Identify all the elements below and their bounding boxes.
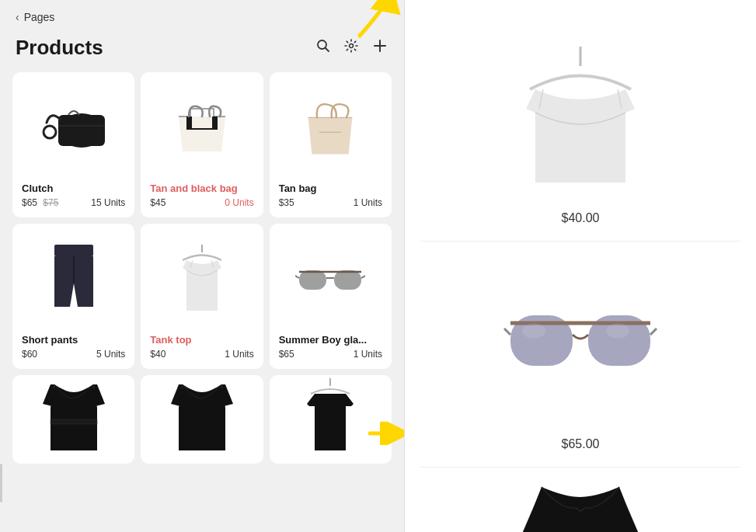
product-card-short-pants[interactable]: Short pants $60 5 Units: [12, 224, 134, 369]
product-units-short-pants: 5 Units: [96, 349, 125, 360]
product-image-robe1: [22, 384, 125, 447]
products-header: Products: [0, 30, 404, 72]
svg-rect-7: [58, 115, 105, 146]
product-image-dress: [279, 384, 382, 447]
product-meta-tan-black-bag: $45 0 Units: [150, 197, 253, 208]
detail-price-tank-top: $40.00: [562, 211, 600, 225]
detail-item-sunglasses[interactable]: $65.00: [420, 242, 740, 468]
product-meta-short-pants: $60 5 Units: [22, 349, 125, 360]
product-name-tan-bag: Tan bag: [279, 183, 382, 194]
chevron-left-icon: ‹: [16, 11, 19, 23]
svg-line-1: [326, 48, 329, 52]
add-product-button[interactable]: [371, 37, 388, 59]
back-label: Pages: [24, 11, 55, 23]
product-units-tan-black-bag: 0 Units: [225, 197, 253, 208]
product-price-tan-bag: $35: [279, 197, 294, 208]
svg-point-33: [606, 323, 629, 339]
back-button[interactable]: ‹ Pages: [0, 0, 404, 30]
detail-image-tank-top: [495, 31, 666, 202]
product-image-tan-black-bag: [150, 82, 253, 175]
detail-image-sunglasses: [495, 257, 666, 428]
svg-point-32: [522, 323, 545, 339]
product-card-tan-black-bag[interactable]: Tan and black bag $45 0 Units: [141, 72, 263, 217]
svg-line-19: [361, 276, 365, 278]
product-name-tank-top: Tank top: [150, 334, 253, 346]
product-price-tan-black-bag: $45: [150, 197, 165, 208]
search-icon[interactable]: [315, 38, 331, 57]
svg-line-30: [504, 329, 510, 335]
product-price-short-pants: $60: [22, 349, 37, 360]
product-image-tank-top: [150, 233, 253, 326]
product-image-short-pants: [22, 233, 125, 326]
product-card-dress[interactable]: [270, 375, 392, 464]
detail-price-sunglasses: $65.00: [562, 437, 600, 451]
product-image-robe2: [150, 384, 253, 447]
product-name-tan-black-bag: Tan and black bag: [150, 183, 253, 194]
product-name-sunglasses: Summer Boy gla...: [279, 334, 382, 346]
product-meta-clutch: $65 $75 15 Units: [22, 197, 125, 208]
product-name-clutch: Clutch: [22, 183, 125, 194]
page-title: Products: [16, 36, 103, 60]
settings-icon[interactable]: [343, 38, 359, 57]
product-name-short-pants: Short pants: [22, 334, 125, 346]
products-grid: Clutch $65 $75 15 Units: [0, 72, 404, 464]
detail-item-robe[interactable]: [420, 468, 740, 532]
svg-rect-20: [51, 419, 97, 424]
product-price-clutch: $65 $75: [22, 197, 58, 208]
product-card-tan-bag[interactable]: Tan bag $35 1 Units: [270, 72, 392, 217]
product-card-clutch[interactable]: Clutch $65 $75 15 Units: [12, 72, 134, 217]
product-card-robe2[interactable]: [141, 375, 263, 464]
detail-item-tank-top[interactable]: $40.00: [420, 16, 740, 242]
svg-point-9: [44, 126, 56, 138]
svg-rect-11: [54, 245, 93, 256]
svg-line-18: [295, 276, 299, 278]
product-price-tank-top: $40: [150, 349, 165, 360]
product-units-tank-top: 1 Units: [225, 349, 253, 360]
product-price-sunglasses: $65: [279, 349, 294, 360]
product-card-sunglasses[interactable]: Summer Boy gla... $65 1 Units: [270, 224, 392, 369]
product-card-tank-top[interactable]: Tank top $40 1 Units: [141, 224, 263, 369]
product-meta-tan-bag: $35 1 Units: [279, 197, 382, 208]
svg-line-31: [650, 329, 657, 335]
product-image-sunglasses: [279, 233, 382, 326]
svg-rect-15: [334, 270, 361, 290]
detail-panel: $40.00 $65.00: [404, 0, 756, 532]
product-card-robe1[interactable]: [12, 375, 134, 464]
header-actions: [315, 37, 388, 59]
svg-point-2: [350, 44, 354, 48]
product-units-clutch: 15 Units: [91, 197, 125, 208]
product-units-sunglasses: 1 Units: [354, 349, 382, 360]
product-image-tan-bag: [279, 82, 382, 175]
scrollbar-thumb[interactable]: [0, 464, 2, 502]
product-image-clutch: [22, 82, 125, 175]
detail-image-robe: [495, 483, 666, 532]
product-meta-tank-top: $40 1 Units: [150, 349, 253, 360]
product-units-tan-bag: 1 Units: [354, 197, 382, 208]
svg-rect-14: [299, 270, 326, 290]
product-meta-sunglasses: $65 1 Units: [279, 349, 382, 360]
